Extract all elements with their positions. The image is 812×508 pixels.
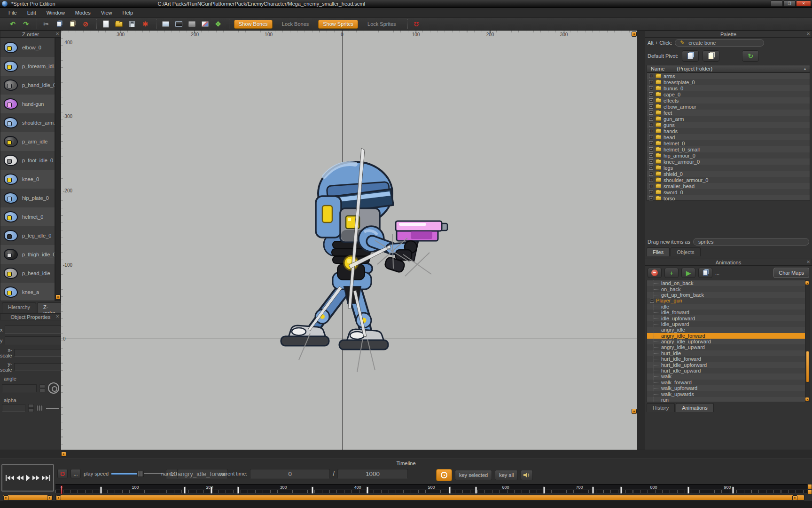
sound-button[interactable] bbox=[521, 470, 533, 480]
drag-items-select[interactable]: sprites bbox=[693, 238, 809, 246]
keyframe-marker[interactable] bbox=[543, 486, 546, 494]
collapse-icon[interactable]: − bbox=[650, 299, 654, 303]
maximize-button[interactable]: ❐ bbox=[783, 0, 796, 7]
delete-animation-button[interactable]: − bbox=[648, 268, 662, 278]
new-animation-button[interactable]: + bbox=[664, 268, 679, 278]
folder-row[interactable]: + elbow_armour bbox=[647, 103, 810, 110]
menu-item[interactable]: File bbox=[4, 9, 22, 16]
animation-item[interactable]: − get_up_from_back bbox=[647, 292, 810, 298]
delete-icon[interactable]: ⊘ bbox=[81, 20, 90, 28]
animation-item[interactable]: − run bbox=[647, 397, 810, 402]
scrollbar-handle[interactable] bbox=[47, 495, 52, 500]
menu-item[interactable]: Window bbox=[42, 9, 70, 16]
spinner-buttons[interactable] bbox=[28, 404, 34, 412]
folder-row[interactable]: + breastplate_0 bbox=[647, 79, 810, 85]
expand-icon[interactable]: + bbox=[649, 196, 653, 200]
expand-icon[interactable]: + bbox=[649, 123, 653, 127]
zorder-item[interactable]: hand-gun bbox=[0, 95, 55, 113]
key-selected-button[interactable]: key selected bbox=[455, 470, 492, 480]
animation-item[interactable]: − angry_idle_forward bbox=[647, 333, 810, 339]
canvas-scroll-hint[interactable] bbox=[632, 32, 637, 37]
duration-input[interactable] bbox=[337, 469, 408, 478]
char-maps-button[interactable]: Char Maps bbox=[773, 268, 809, 278]
animation-item[interactable]: − walk_upwards bbox=[647, 391, 810, 397]
panel-view-4-icon[interactable] bbox=[201, 20, 209, 28]
save-icon[interactable] bbox=[128, 20, 136, 28]
angle-dial[interactable] bbox=[48, 382, 59, 394]
expand-icon[interactable]: + bbox=[649, 153, 653, 158]
expand-icon[interactable]: + bbox=[649, 111, 653, 115]
panel-view-2-icon[interactable] bbox=[174, 20, 183, 28]
folder-row[interactable]: + legs bbox=[647, 165, 810, 171]
animation-item[interactable]: − idle_forward bbox=[647, 310, 810, 315]
ruler-scroll-buttons[interactable] bbox=[807, 484, 812, 494]
next-frame-button[interactable] bbox=[32, 476, 39, 480]
canvas-scroll-hint[interactable] bbox=[61, 452, 66, 457]
panel-tab[interactable]: History bbox=[647, 403, 675, 412]
canvas-scroll-hint[interactable] bbox=[632, 409, 637, 414]
animation-item[interactable]: − idle_upward bbox=[647, 321, 810, 327]
current-time-input[interactable] bbox=[250, 469, 330, 478]
copy-icon[interactable] bbox=[55, 20, 63, 28]
zorder-item[interactable]: p_leg_idle_0 bbox=[0, 226, 55, 245]
expand-icon[interactable]: + bbox=[649, 117, 653, 121]
folder-row[interactable]: + helmet_0 bbox=[647, 140, 810, 146]
expand-icon[interactable]: + bbox=[649, 178, 653, 182]
palette-tree-header[interactable]: Name (Project Folder) ▲ bbox=[647, 65, 810, 72]
toolbar-toggle-button[interactable]: Show Bones bbox=[234, 20, 273, 29]
menu-item[interactable]: Modes bbox=[70, 9, 95, 16]
expand-icon[interactable]: + bbox=[649, 166, 653, 170]
timeline-scrollbar[interactable] bbox=[55, 495, 804, 500]
zorder-item[interactable]: knee_a bbox=[0, 283, 55, 301]
expand-icon[interactable]: + bbox=[649, 74, 653, 78]
keyframe-marker[interactable] bbox=[687, 486, 690, 494]
scrollbar-handle[interactable] bbox=[792, 495, 797, 500]
undo-icon[interactable]: ↶ bbox=[8, 20, 17, 28]
keyframe-marker[interactable] bbox=[237, 486, 240, 494]
playback-scrollbar[interactable] bbox=[3, 495, 53, 500]
keyframe-marker[interactable] bbox=[184, 486, 186, 494]
folder-row[interactable]: + shield_0 bbox=[647, 171, 810, 177]
folder-row[interactable]: + effects bbox=[647, 97, 810, 103]
folder-row[interactable]: + gun_arm bbox=[647, 116, 810, 122]
animation-item[interactable]: − idle bbox=[647, 304, 810, 310]
folder-row[interactable]: + arms bbox=[647, 73, 810, 79]
expand-icon[interactable]: + bbox=[649, 172, 653, 176]
copy-animation-button[interactable] bbox=[698, 268, 712, 278]
paste-icon[interactable] bbox=[68, 20, 77, 28]
animation-item[interactable]: − angry_idle_upward bbox=[647, 344, 810, 350]
refresh-pivots-button[interactable]: ↻ bbox=[742, 50, 759, 62]
previous-frame-button[interactable] bbox=[16, 476, 23, 480]
zorder-item[interactable]: helmet_0 bbox=[0, 207, 55, 226]
scroll-down-hint[interactable] bbox=[805, 397, 809, 401]
folder-row[interactable]: + helmet_0_small bbox=[647, 146, 810, 152]
keyframe-marker[interactable] bbox=[592, 486, 594, 494]
zorder-item[interactable]: knee_0 bbox=[0, 170, 55, 189]
folder-row[interactable]: + sword_0 bbox=[647, 189, 810, 195]
zorder-item[interactable]: hip_plate_0 bbox=[0, 189, 55, 207]
play-button[interactable] bbox=[26, 475, 30, 481]
expand-icon[interactable]: + bbox=[649, 92, 653, 96]
expand-icon[interactable]: + bbox=[649, 80, 653, 84]
keyframe-marker[interactable] bbox=[100, 486, 102, 494]
panel-view-3-icon[interactable] bbox=[187, 20, 196, 28]
play-speed-handle[interactable] bbox=[137, 471, 144, 477]
timeline-magnet-button[interactable]: Ω bbox=[57, 469, 68, 478]
keyframe-marker[interactable] bbox=[732, 486, 734, 494]
animation-item[interactable]: − Player_gun bbox=[647, 298, 810, 303]
expand-icon[interactable]: + bbox=[649, 98, 653, 103]
folder-row[interactable]: + smaller_head bbox=[647, 183, 810, 189]
cut-icon[interactable]: ✂ bbox=[42, 20, 50, 28]
minimize-button[interactable]: — bbox=[771, 0, 783, 7]
alpha-slider-track[interactable] bbox=[46, 408, 59, 409]
paste-pivot-button[interactable] bbox=[703, 50, 719, 62]
folder-row[interactable]: + hip_armour_0 bbox=[647, 152, 810, 159]
toolbar-toggle-button[interactable]: Lock Bones bbox=[277, 20, 313, 29]
zorder-scrollbar[interactable] bbox=[55, 38, 61, 301]
create-bone-button[interactable]: ✎ create bone bbox=[675, 39, 764, 47]
more-options-button[interactable]: ... bbox=[715, 270, 719, 276]
panel-view-1-icon[interactable] bbox=[161, 20, 170, 28]
animation-item[interactable]: − hurt_idle_upward bbox=[647, 368, 810, 373]
scrollbar-handle[interactable] bbox=[56, 495, 61, 500]
keyframe-marker[interactable] bbox=[211, 486, 213, 494]
